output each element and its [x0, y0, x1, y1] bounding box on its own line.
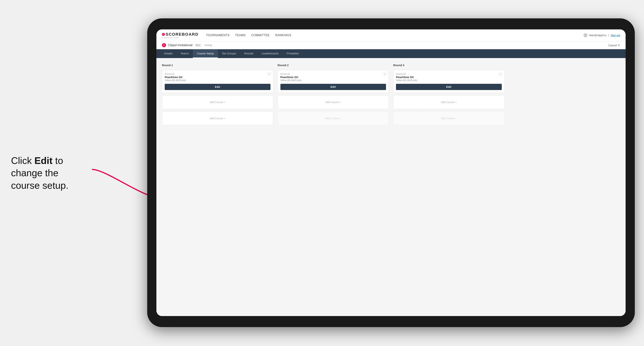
tournament-logo-letter: C	[162, 43, 166, 47]
round-2-edit-button[interactable]: Edit	[280, 84, 386, 90]
round-2-title: Round 2	[278, 64, 389, 67]
round-3-add-course-1[interactable]: Add Course +	[393, 95, 504, 109]
tab-details[interactable]: Details	[160, 49, 177, 58]
round-1-course-details: Yellow (M) (6629 yds)	[165, 79, 270, 82]
tab-leaderboards[interactable]: Leaderboards	[258, 49, 282, 58]
tablet-screen: C SCOREBOARD Powered by clippd TOURNAMEN…	[156, 29, 626, 316]
cancel-x-icon: ✕	[618, 43, 620, 47]
nav-link-committee[interactable]: COMMITTEE	[251, 34, 270, 37]
tab-printables[interactable]: Printables	[282, 49, 303, 58]
round-1-delete-button[interactable]: ×	[267, 72, 271, 76]
sub-nav: C Clippd Invitational Men Hosting Cancel…	[156, 41, 626, 49]
round-3-title: Round 3	[393, 64, 504, 67]
hosting-badge: Hosting	[204, 44, 212, 46]
round-2-course-label: (Course A)	[280, 73, 386, 75]
logo-area: C SCOREBOARD Powered by clippd	[162, 32, 198, 39]
tab-course-setup[interactable]: Course Setup	[193, 49, 218, 58]
top-nav: C SCOREBOARD Powered by clippd TOURNAMEN…	[156, 29, 626, 41]
round-3-add-course-2-label: Add Course +	[441, 117, 457, 120]
round-2-add-course-1[interactable]: Add Course +	[278, 95, 389, 109]
tournament-name-area: C Clippd Invitational Men Hosting	[162, 43, 212, 47]
nav-user: blair@clippd.io | Sign out	[584, 33, 620, 37]
round-3-column: Round 3 × (Course A) Peachtree GC Yellow…	[393, 64, 504, 125]
annotation-text: Click Edit tochange thecourse setup.	[11, 154, 103, 192]
round-1-column: Round 1 × (Course A) Peachtree GC Yellow…	[162, 64, 273, 125]
round-1-title: Round 1	[162, 64, 273, 67]
tournament-name-label: Clippd Invitational	[168, 43, 192, 47]
round-1-add-course-1-label: Add Course +	[210, 101, 226, 104]
round-2-add-course-2-label: Add Course +	[325, 117, 341, 120]
logo-title: SCOREBOARD	[166, 32, 198, 37]
logo-subtitle: Powered by clippd	[162, 37, 198, 39]
tablet-frame: C SCOREBOARD Powered by clippd TOURNAMEN…	[147, 18, 635, 327]
gender-badge: Men	[194, 43, 202, 47]
user-avatar-icon	[584, 33, 588, 37]
round-2-course-details: Yellow (M) (6629 yds)	[280, 79, 386, 82]
round-3-add-course-2: Add Course +	[393, 112, 504, 125]
round-2-add-course-2: Add Course +	[278, 112, 389, 125]
nav-separator: |	[608, 34, 609, 37]
round-3-delete-button[interactable]: ×	[498, 72, 502, 76]
cancel-button[interactable]: Cancel ✕	[608, 43, 620, 47]
round-4-column	[509, 64, 620, 125]
rounds-grid: Round 1 × (Course A) Peachtree GC Yellow…	[162, 64, 620, 125]
round-3-add-course-1-label: Add Course +	[441, 101, 457, 104]
round-1-add-course-2-label: Add Course +	[210, 117, 226, 120]
round-2-add-course-1-label: Add Course +	[325, 101, 341, 104]
nav-link-teams[interactable]: TEAMS	[235, 34, 246, 37]
round-3-course-card: × (Course A) Peachtree GC Yellow (M) (66…	[393, 70, 504, 93]
round-2-course-name: Peachtree GC	[280, 76, 386, 79]
round-3-course-name: Peachtree GC	[396, 76, 502, 79]
round-3-course-details: Yellow (M) (6629 yds)	[396, 79, 502, 82]
user-email: blair@clippd.io	[589, 34, 606, 37]
round-1-add-course-2[interactable]: Add Course +	[162, 112, 273, 125]
logo-letter: C	[162, 33, 165, 36]
round-2-course-card: × (Course A) Peachtree GC Yellow (M) (66…	[278, 70, 389, 93]
round-1-add-course-1[interactable]: Add Course +	[162, 95, 273, 109]
round-3-course-label: (Course A)	[396, 73, 502, 75]
round-1-course-label: (Course A)	[165, 73, 270, 75]
round-1-course-card: × (Course A) Peachtree GC Yellow (M) (66…	[162, 70, 273, 93]
round-1-edit-button[interactable]: Edit	[165, 84, 270, 90]
round-1-course-name: Peachtree GC	[165, 76, 270, 79]
round-2-delete-button[interactable]: ×	[383, 72, 387, 76]
cancel-label: Cancel	[608, 44, 617, 47]
nav-link-rankings[interactable]: RANKINGS	[275, 34, 292, 37]
sign-out-link[interactable]: Sign out	[611, 34, 620, 37]
round-2-column: Round 2 × (Course A) Peachtree GC Yellow…	[278, 64, 389, 125]
tab-results[interactable]: Results	[240, 49, 258, 58]
round-3-edit-button[interactable]: Edit	[396, 84, 502, 90]
tab-tee-groups[interactable]: Tee Groups	[218, 49, 240, 58]
nav-link-tournaments[interactable]: TOURNAMENTS	[206, 34, 230, 37]
nav-links: TOURNAMENTS TEAMS COMMITTEE RANKINGS	[206, 34, 584, 37]
annotation-bold: Edit	[34, 155, 52, 166]
main-content: Round 1 × (Course A) Peachtree GC Yellow…	[156, 58, 626, 316]
tab-bar: Details Teams Course Setup Tee Groups Re…	[156, 49, 626, 58]
tab-teams[interactable]: Teams	[177, 49, 193, 58]
